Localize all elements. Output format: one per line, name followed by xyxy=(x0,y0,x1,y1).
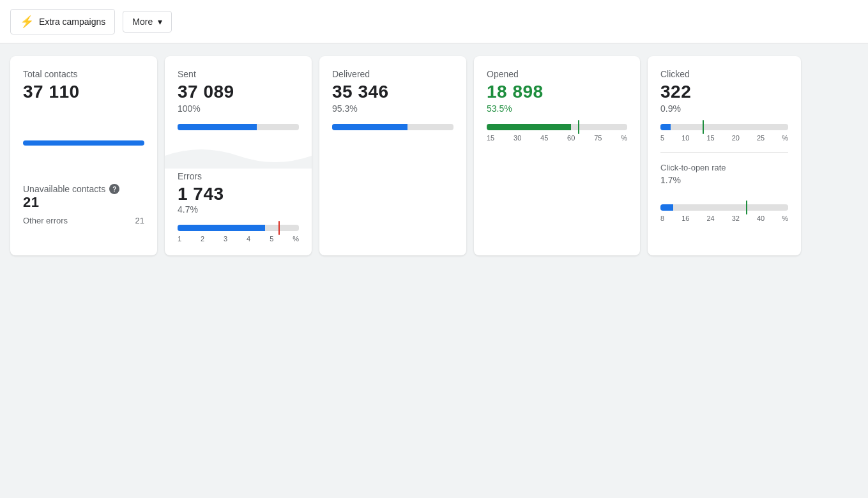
clicked-axis-labels: 5 10 15 20 25 % xyxy=(660,134,788,142)
other-errors-label: Other errors xyxy=(23,216,68,225)
clicked-marker xyxy=(703,120,704,134)
delivered-label: Delivered xyxy=(332,69,453,79)
sent-section: Sent 37 089 100% xyxy=(178,69,299,130)
clicked-pct: 0.9% xyxy=(660,103,788,114)
opened-pct: 53.5% xyxy=(487,103,627,114)
errors-bar-fill xyxy=(178,225,265,231)
opened-value: 18 898 xyxy=(487,82,627,102)
sent-label: Sent xyxy=(178,69,299,79)
total-contacts-label: Total contacts xyxy=(23,69,144,79)
cards-container: Total contacts 37 110 Unavailable contac… xyxy=(0,43,868,268)
more-button[interactable]: More ▾ xyxy=(123,11,172,33)
sent-value: 37 089 xyxy=(178,82,299,102)
cto-bar-fill xyxy=(660,204,673,211)
errors-value: 1 743 xyxy=(178,184,299,204)
total-contacts-value: 37 110 xyxy=(23,82,144,102)
cto-axis-labels: 8 16 24 32 40 % xyxy=(660,215,788,222)
extra-campaigns-label: Extra campaigns xyxy=(39,17,105,27)
delivered-pct: 95.3% xyxy=(332,103,453,114)
cto-marker xyxy=(746,200,747,215)
clicked-label: Clicked xyxy=(660,69,788,79)
cto-bar-chart: 8 16 24 32 40 % xyxy=(660,204,788,222)
info-icon[interactable]: ? xyxy=(109,184,119,194)
sent-bar-fill xyxy=(178,124,257,130)
errors-bar-chart: 1 2 3 4 5 % xyxy=(178,225,299,243)
unavailable-contacts-label: Unavailable contacts ? xyxy=(23,184,144,194)
opened-label: Opened xyxy=(487,69,627,79)
delivered-bar-chart xyxy=(332,124,453,130)
errors-axis-labels: 1 2 3 4 5 % xyxy=(178,235,299,243)
cto-bar-track xyxy=(660,204,788,211)
sent-errors-card: Sent 37 089 100% Errors 1 743 4.7% xyxy=(165,56,312,255)
errors-marker xyxy=(278,221,280,235)
clicked-card: Clicked 322 0.9% 5 10 15 20 25 % xyxy=(648,56,801,255)
opened-bar-fill xyxy=(487,124,571,130)
top-bar: ⚡ Extra campaigns More ▾ xyxy=(0,0,868,43)
errors-section: Errors 1 743 4.7% 1 2 3 4 5 % xyxy=(178,171,299,243)
clicked-section: Clicked 322 0.9% 5 10 15 20 25 % xyxy=(660,69,788,142)
more-label: More xyxy=(132,17,153,27)
cto-label: Click-to-open rate xyxy=(660,163,788,172)
total-contacts-bar xyxy=(23,140,144,146)
clicked-bar-fill xyxy=(660,124,671,130)
sent-bar-track xyxy=(178,124,299,130)
delivered-bar-track xyxy=(332,124,453,130)
other-errors-row: Other errors 21 xyxy=(23,216,144,225)
clicked-divider xyxy=(660,152,788,153)
click-to-open-section: Click-to-open rate 1.7% 8 16 24 32 40 % xyxy=(660,163,788,222)
unavailable-contacts-value: 21 xyxy=(23,194,144,211)
errors-label: Errors xyxy=(178,171,299,181)
opened-axis-labels: 15 30 45 60 75 % xyxy=(487,134,627,142)
delivered-bar-fill xyxy=(332,124,407,130)
opened-marker xyxy=(578,120,579,134)
clicked-bar-chart: 5 10 15 20 25 % xyxy=(660,124,788,142)
errors-bar-track xyxy=(178,225,299,231)
extra-campaigns-button[interactable]: ⚡ Extra campaigns xyxy=(10,9,115,34)
campaign-icon: ⚡ xyxy=(20,15,34,29)
wave-divider xyxy=(165,137,312,169)
clicked-bar-track xyxy=(660,124,788,130)
errors-pct: 4.7% xyxy=(178,204,299,215)
delivered-card: Delivered 35 346 95.3% xyxy=(319,56,466,255)
opened-card: Opened 18 898 53.5% 15 30 45 60 75 % xyxy=(474,56,640,255)
chevron-down-icon: ▾ xyxy=(158,17,162,27)
sent-pct: 100% xyxy=(178,103,299,114)
total-contacts-card: Total contacts 37 110 Unavailable contac… xyxy=(10,56,157,255)
clicked-value: 322 xyxy=(660,82,788,102)
opened-bar-track xyxy=(487,124,627,130)
cto-value: 1.7% xyxy=(660,175,788,185)
opened-bar-chart: 15 30 45 60 75 % xyxy=(487,124,627,142)
other-errors-value: 21 xyxy=(135,216,144,225)
sent-bar-chart xyxy=(178,124,299,130)
delivered-value: 35 346 xyxy=(332,82,453,102)
